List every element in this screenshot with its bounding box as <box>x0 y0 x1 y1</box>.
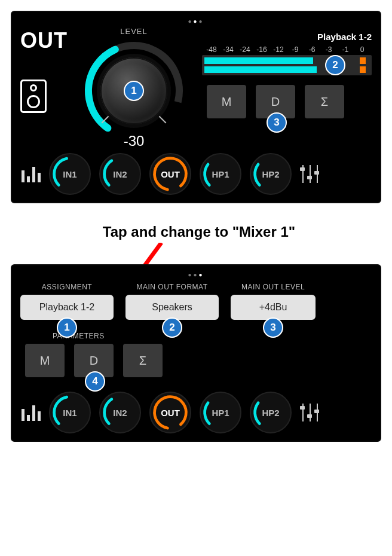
callout-badge-1: 1 <box>57 317 77 338</box>
nav-out[interactable]: OUT <box>149 153 191 195</box>
nav-in1[interactable]: IN1 <box>49 392 91 433</box>
nav-hp1[interactable]: HP1 <box>200 153 241 195</box>
callout-badge-4: 4 <box>85 371 105 392</box>
source-label: Playback 1-2 <box>202 32 372 42</box>
level-label: LEVEL <box>120 27 147 36</box>
nav-in1[interactable]: IN1 <box>49 153 91 195</box>
sum-button[interactable]: Σ <box>305 85 344 118</box>
nav-hp1[interactable]: HP1 <box>200 392 241 433</box>
channel-nav: IN1 IN2 OUT HP1 HP2 <box>20 153 372 195</box>
channel-title: OUT <box>20 28 68 53</box>
sum-button[interactable]: Σ <box>123 344 163 377</box>
callout-badge-3: 3 <box>267 112 287 133</box>
level-meter: 2 <box>202 55 372 75</box>
nav-in2[interactable]: IN2 <box>99 153 141 195</box>
speaker-icon[interactable] <box>20 80 47 113</box>
nav-hp2[interactable]: HP2 <box>250 392 292 433</box>
channel-nav: IN1 IN2 OUT HP1 HP2 <box>20 392 372 433</box>
output-settings-panel: ●●● ASSIGNMENT Playback 1-2 1 MAIN OUT F… <box>11 264 381 442</box>
format-label: MAIN OUT FORMAT <box>136 283 207 291</box>
outlevel-label: MAIN OUT LEVEL <box>241 283 305 291</box>
page-indicator: ●●● <box>20 271 372 280</box>
callout-badge-2: 2 <box>162 317 182 338</box>
callout-badge-3: 3 <box>263 317 283 338</box>
output-main-panel: ●●● OUT LEVEL 1 -30 Playback 1-2 <box>11 11 381 203</box>
levels-icon[interactable] <box>22 166 41 182</box>
callout-badge-1: 1 <box>124 81 144 101</box>
mono-button[interactable]: M <box>207 85 246 118</box>
page-indicator: ●●● <box>20 18 372 27</box>
assignment-label: ASSIGNMENT <box>42 283 92 291</box>
outlevel-button[interactable]: +4dBu <box>231 295 316 320</box>
level-knob[interactable]: LEVEL 1 -30 <box>74 27 194 145</box>
level-readout: -30 <box>124 133 145 149</box>
annotation-text: Tap and change to "Mixer 1" <box>6 224 392 240</box>
mono-button[interactable]: M <box>25 344 65 377</box>
meter-scale: -48-34-24 -16-12-9 -6-3-1 0 <box>202 45 372 54</box>
assignment-button[interactable]: Playback 1-2 <box>20 295 114 320</box>
format-button[interactable]: Speakers <box>125 295 219 320</box>
sliders-icon[interactable] <box>300 404 320 421</box>
nav-out[interactable]: OUT <box>149 392 191 433</box>
levels-icon[interactable] <box>22 404 41 421</box>
nav-hp2[interactable]: HP2 <box>250 153 292 195</box>
callout-badge-2: 2 <box>325 55 345 75</box>
annotation: Tap and change to "Mixer 1" <box>0 224 392 240</box>
parameters-label: PARAMETERS <box>53 332 372 340</box>
nav-in2[interactable]: IN2 <box>99 392 141 433</box>
sliders-icon[interactable] <box>300 165 320 183</box>
